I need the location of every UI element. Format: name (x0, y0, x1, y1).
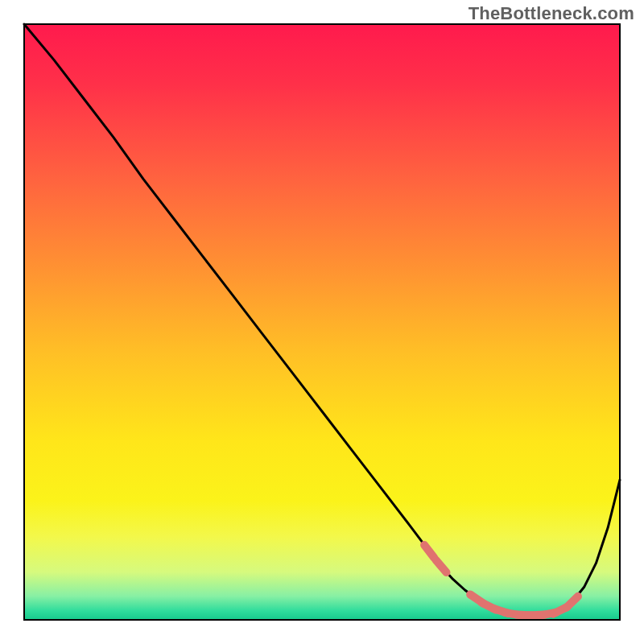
bottleneck-chart (0, 0, 644, 644)
chart-stage: TheBottleneck.com (0, 0, 644, 644)
plot-background (24, 24, 620, 620)
watermark-label: TheBottleneck.com (469, 3, 634, 24)
